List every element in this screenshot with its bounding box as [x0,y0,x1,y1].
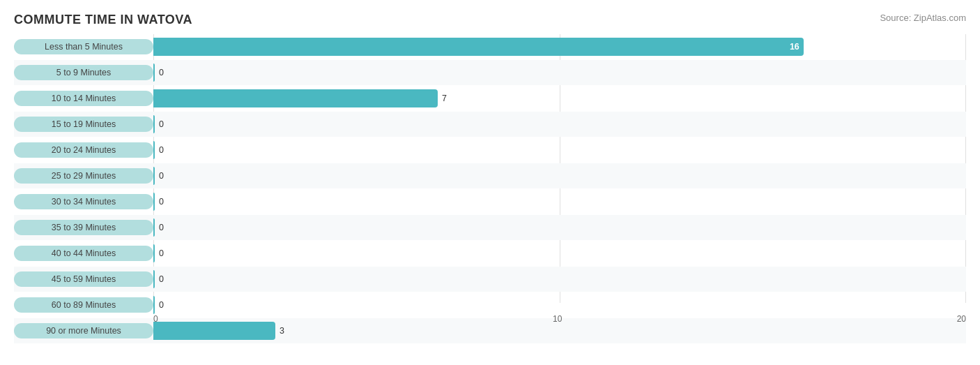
bar-track: 7 [153,86,966,111]
bar-value-label: 7 [442,94,447,103]
bar-value-label: 0 [159,197,164,207]
chart-container: COMMUTE TIME IN WATOVA Source: ZipAtlas.… [0,0,980,365]
bar-fill [153,141,155,159]
bar-track: 0 [153,137,966,163]
bar-track: 0 [153,60,966,85]
bar-fill: 16 [153,38,804,56]
bar-fill [153,167,155,185]
bar-label: Less than 5 Minutes [14,39,153,54]
bar-track: 0 [153,241,966,266]
bar-fill [153,193,155,211]
table-row: 20 to 24 Minutes0 [14,137,966,163]
chart-title: COMMUTE TIME IN WATOVA [14,13,192,27]
bar-fill [153,115,155,133]
bar-track: 0 [153,215,966,240]
bar-label: 25 to 29 Minutes [14,168,153,184]
bar-label: 60 to 89 Minutes [14,297,153,313]
bar-label: 90 or more Minutes [14,323,153,338]
table-row: Less than 5 Minutes16 [14,34,966,59]
bar-track: 16 [153,34,966,59]
bar-label: 5 to 9 Minutes [14,65,153,80]
bar-value-label: 0 [159,171,164,181]
x-tick-10: 10 [553,314,562,324]
bar-fill [153,322,275,340]
table-row: 25 to 29 Minutes0 [14,163,966,188]
bar-fill [153,89,438,107]
table-row: 30 to 34 Minutes0 [14,189,966,214]
x-tick-20: 20 [957,314,966,324]
bar-fill [153,64,155,82]
bar-label: 40 to 44 Minutes [14,246,153,261]
bar-value-label: 0 [159,119,164,129]
bar-label: 30 to 34 Minutes [14,194,153,209]
bar-track: 0 [153,112,966,137]
bar-value-label: 0 [159,274,164,284]
table-row: 40 to 44 Minutes0 [14,241,966,266]
bar-label: 20 to 24 Minutes [14,142,153,158]
chart-header: COMMUTE TIME IN WATOVA Source: ZipAtlas.… [14,13,966,27]
x-tick-0: 0 [153,314,158,324]
table-row: 45 to 59 Minutes0 [14,267,966,292]
table-row: 35 to 39 Minutes0 [14,215,966,240]
bar-value-label: 16 [790,42,799,52]
bar-track: 0 [153,163,966,188]
table-row: 10 to 14 Minutes7 [14,86,966,111]
bar-value-label: 0 [159,223,164,232]
bar-label: 45 to 59 Minutes [14,271,153,287]
chart-source: Source: ZipAtlas.com [880,13,966,23]
bar-value-label: 0 [159,68,164,77]
bar-label: 35 to 39 Minutes [14,220,153,235]
rows-area: Less than 5 Minutes165 to 9 Minutes010 t… [14,34,966,303]
bar-label: 10 to 14 Minutes [14,91,153,106]
bar-fill [153,218,155,237]
bar-fill [153,270,155,288]
bar-value-label: 3 [280,326,284,336]
bar-value-label: 0 [159,248,164,258]
table-row: 15 to 19 Minutes0 [14,112,966,137]
x-axis: 0 10 20 [153,304,966,324]
chart-body: Less than 5 Minutes165 to 9 Minutes010 t… [14,34,966,324]
bar-value-label: 0 [159,145,164,155]
bar-label: 15 to 19 Minutes [14,117,153,132]
bar-track: 0 [153,267,966,292]
bar-track: 0 [153,189,966,214]
bar-fill [153,244,155,262]
table-row: 5 to 9 Minutes0 [14,60,966,85]
